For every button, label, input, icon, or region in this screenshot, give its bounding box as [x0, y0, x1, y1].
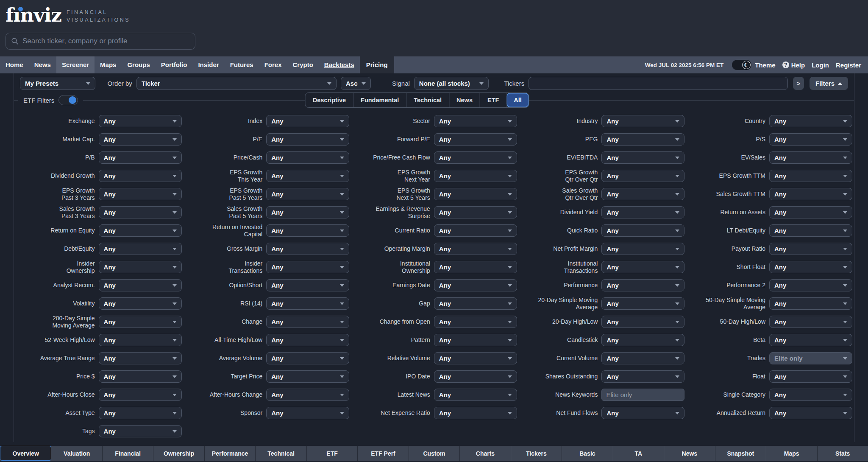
net-profit-margin-select[interactable]: Any	[601, 243, 684, 255]
short-float-select[interactable]: Any	[769, 261, 852, 273]
peg-select[interactable]: Any	[601, 133, 684, 146]
filters-button[interactable]: Filters	[810, 77, 848, 90]
industry-select[interactable]: Any	[601, 115, 684, 127]
nav-item-backtests[interactable]: Backtests	[319, 56, 360, 73]
view-tab-tickers[interactable]: Tickers	[511, 446, 562, 461]
net-expense-ratio-select[interactable]: Any	[434, 407, 517, 419]
view-tab-performance[interactable]: Performance	[205, 446, 256, 461]
change-from-open-select[interactable]: Any	[434, 316, 517, 328]
nav-item-maps[interactable]: Maps	[95, 56, 122, 73]
view-tab-custom[interactable]: Custom	[409, 446, 460, 461]
20-day-high-low-select[interactable]: Any	[601, 316, 684, 328]
relative-volume-select[interactable]: Any	[434, 352, 517, 364]
tickers-input[interactable]	[529, 77, 787, 90]
search-bar[interactable]	[6, 33, 195, 50]
20-day-simple-moving-average-select[interactable]: Any	[601, 297, 684, 310]
institutional-transactions-select[interactable]: Any	[601, 261, 684, 273]
view-tab-ownership[interactable]: Ownership	[153, 446, 204, 461]
nav-item-groups[interactable]: Groups	[122, 56, 155, 73]
sales-growth-past-3-years-select[interactable]: Any	[99, 206, 182, 218]
country-select[interactable]: Any	[769, 115, 852, 127]
p-b-select[interactable]: Any	[99, 151, 182, 164]
news-keywords-input[interactable]	[601, 389, 684, 401]
earnings-revenue-surprise-select[interactable]: Any	[434, 206, 517, 218]
eps-growth-qtr-over-qtr-select[interactable]: Any	[601, 170, 684, 182]
lt-debt-equity-select[interactable]: Any	[769, 224, 852, 237]
rsi-14-select[interactable]: Any	[266, 297, 349, 310]
tags-select[interactable]: Any	[99, 425, 182, 437]
shares-outstanding-select[interactable]: Any	[601, 370, 684, 383]
analyst-recom-select[interactable]: Any	[99, 279, 182, 291]
target-price-select[interactable]: Any	[266, 370, 349, 383]
price-free-cash-flow-select[interactable]: Any	[434, 151, 517, 164]
view-tab-technical[interactable]: Technical	[256, 446, 306, 461]
view-tab-financial[interactable]: Financial	[103, 446, 153, 461]
pattern-select[interactable]: Any	[434, 334, 517, 346]
asset-type-select[interactable]: Any	[99, 407, 182, 419]
200-day-simple-moving-average-select[interactable]: Any	[99, 316, 182, 328]
nav-item-news[interactable]: News	[29, 56, 56, 73]
price-cash-select[interactable]: Any	[266, 151, 349, 164]
view-tab-etf-perf[interactable]: ETF Perf	[358, 446, 409, 461]
order-by-select[interactable]: Ticker	[136, 77, 337, 90]
ipo-date-select[interactable]: Any	[434, 370, 517, 383]
eps-growth-this-year-select[interactable]: Any	[266, 170, 349, 182]
operating-margin-select[interactable]: Any	[434, 243, 517, 255]
tab-fundamental[interactable]: Fundamental	[353, 93, 406, 107]
tab-descriptive[interactable]: Descriptive	[306, 93, 353, 107]
volatility-select[interactable]: Any	[99, 297, 182, 310]
option-short-select[interactable]: Any	[266, 279, 349, 291]
nav-item-portfolio[interactable]: Portfolio	[156, 56, 193, 73]
view-tab-charts[interactable]: Charts	[460, 446, 511, 461]
debt-equity-select[interactable]: Any	[99, 243, 182, 255]
p-e-select[interactable]: Any	[266, 133, 349, 146]
tab-news[interactable]: News	[449, 93, 480, 107]
single-category-select[interactable]: Any	[769, 389, 852, 401]
nav-item-forex[interactable]: Forex	[259, 56, 287, 73]
expand-button[interactable]: >	[793, 77, 804, 90]
register-link[interactable]: Register	[836, 62, 861, 69]
tab-technical[interactable]: Technical	[406, 93, 449, 107]
ev-ebitda-select[interactable]: Any	[601, 151, 684, 164]
nav-item-insider[interactable]: Insider	[192, 56, 224, 73]
tab-all[interactable]: All	[506, 93, 529, 107]
login-link[interactable]: Login	[812, 62, 829, 69]
my-presets-select[interactable]: My Presets	[20, 77, 95, 90]
nav-item-screener[interactable]: Screener	[56, 56, 95, 73]
index-select[interactable]: Any	[266, 115, 349, 127]
return-on-invested-capital-select[interactable]: Any	[266, 224, 349, 237]
return-on-assets-select[interactable]: Any	[769, 206, 852, 218]
search-input[interactable]	[22, 37, 190, 45]
price-select[interactable]: Any	[99, 370, 182, 383]
view-tab-etf[interactable]: ETF	[307, 446, 358, 461]
current-ratio-select[interactable]: Any	[434, 224, 517, 237]
view-tab-basic[interactable]: Basic	[562, 446, 613, 461]
insider-transactions-select[interactable]: Any	[266, 261, 349, 273]
50-day-high-low-select[interactable]: Any	[769, 316, 852, 328]
sponsor-select[interactable]: Any	[266, 407, 349, 419]
50-day-simple-moving-average-select[interactable]: Any	[769, 297, 852, 310]
view-tab-maps[interactable]: Maps	[766, 446, 817, 461]
eps-growth-ttm-select[interactable]: Any	[769, 170, 852, 182]
forward-p-e-select[interactable]: Any	[434, 133, 517, 146]
view-tab-valuation[interactable]: Valuation	[51, 446, 102, 461]
return-on-equity-select[interactable]: Any	[99, 224, 182, 237]
gross-margin-select[interactable]: Any	[266, 243, 349, 255]
candlestick-select[interactable]: Any	[601, 334, 684, 346]
eps-growth-next-5-years-select[interactable]: Any	[434, 188, 517, 200]
sales-growth-past-5-years-select[interactable]: Any	[266, 206, 349, 218]
after-hours-close-select[interactable]: Any	[99, 389, 182, 401]
trades-select[interactable]: Elite only	[769, 352, 852, 364]
logo[interactable]: fınviz FINANCIAL VISUALIZATIONS	[6, 4, 868, 29]
sales-growth-ttm-select[interactable]: Any	[769, 188, 852, 200]
latest-news-select[interactable]: Any	[434, 389, 517, 401]
eps-growth-past-5-years-select[interactable]: Any	[266, 188, 349, 200]
market-cap-select[interactable]: Any	[99, 133, 182, 146]
signal-select[interactable]: None (all stocks)	[414, 77, 489, 90]
p-s-select[interactable]: Any	[769, 133, 852, 146]
nav-item-futures[interactable]: Futures	[225, 56, 259, 73]
dividend-growth-select[interactable]: Any	[99, 170, 182, 182]
after-hours-change-select[interactable]: Any	[266, 389, 349, 401]
quick-ratio-select[interactable]: Any	[601, 224, 684, 237]
exchange-select[interactable]: Any	[99, 115, 182, 127]
